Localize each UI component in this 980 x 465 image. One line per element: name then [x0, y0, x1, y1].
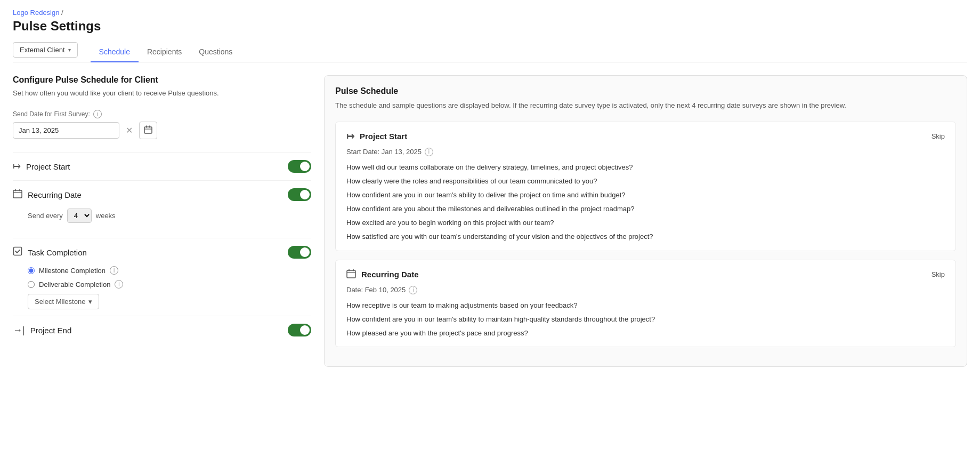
task-completion-icon	[13, 246, 22, 258]
schedule-question: How excited are you to begin working on …	[346, 218, 945, 228]
deliverable-radio-row: Deliverable Completion i	[28, 280, 311, 288]
schedule-question: How well did our teams collaborate on th…	[346, 163, 945, 172]
pulse-schedule-title: Pulse Schedule	[335, 86, 956, 96]
recurring-date-date: Date: Feb 10, 2025 i	[346, 286, 945, 294]
tab-questions[interactable]: Questions	[190, 42, 241, 62]
milestone-radio-row: Milestone Completion i	[28, 266, 311, 275]
right-panel: Pulse Schedule The schedule and sample q…	[324, 75, 967, 367]
section-project-start-icon: ↦	[346, 131, 354, 142]
section-recurring-date-icon	[346, 269, 356, 280]
recurring-date-toggle[interactable]	[288, 188, 311, 201]
client-dropdown-label: External Client	[20, 46, 65, 54]
schedule-question: How confident are you about the mileston…	[346, 204, 945, 214]
project-start-date: Start Date: Jan 13, 2025 i	[346, 148, 945, 156]
task-completion-sub: Milestone Completion i Deliverable Compl…	[13, 266, 311, 316]
page-title: Pulse Settings	[13, 19, 967, 34]
tab-schedule[interactable]: Schedule	[91, 42, 139, 62]
recurring-sub-section: Send every 4 1 2 3 6 8 weeks	[13, 209, 311, 238]
schedule-question: How clearly were the roles and responsib…	[346, 177, 945, 186]
svg-rect-1	[13, 190, 22, 198]
tab-recipients[interactable]: Recipients	[139, 42, 190, 62]
project-start-toggle[interactable]	[288, 160, 311, 173]
deliverable-radio-label: Deliverable Completion	[39, 280, 110, 288]
project-end-row: →| Project End	[13, 316, 311, 344]
select-milestone-chevron-icon: ▾	[88, 298, 92, 306]
send-date-info-icon[interactable]: i	[93, 110, 102, 118]
breadcrumb-link[interactable]: Logo Redesign	[13, 9, 59, 17]
project-end-toggle[interactable]	[288, 324, 311, 336]
schedule-question: How confident are you in our team's abil…	[346, 190, 945, 200]
left-panel: Configure Pulse Schedule for Client Set …	[13, 75, 311, 367]
project-start-label: Project Start	[26, 162, 70, 171]
client-dropdown[interactable]: External Client ▾	[13, 42, 78, 58]
send-every-row: Send every 4 1 2 3 6 8 weeks	[28, 209, 311, 223]
send-every-label: Send every	[28, 212, 63, 220]
chevron-down-icon: ▾	[68, 47, 71, 53]
project-start-icon: ↦	[13, 161, 21, 172]
milestone-info-icon[interactable]: i	[110, 266, 118, 275]
deliverable-info-icon[interactable]: i	[115, 280, 123, 288]
task-completion-toggle[interactable]	[288, 246, 311, 259]
deliverable-radio[interactable]	[28, 281, 35, 288]
schedule-question: How confident are you in our team's abil…	[346, 315, 945, 324]
schedule-question: How receptive is our team to making adju…	[346, 301, 945, 310]
select-milestone-button[interactable]: Select Milestone ▾	[28, 294, 99, 309]
calendar-button[interactable]	[139, 122, 157, 139]
main-content: Configure Pulse Schedule for Client Set …	[13, 75, 967, 367]
recurring-date-row: Recurring Date	[13, 180, 311, 209]
section-header-project-start: ↦ Project Start Skip	[346, 131, 945, 142]
project-end-icon: →|	[13, 325, 25, 336]
section-header-recurring-date: Recurring Date Skip	[346, 269, 945, 280]
project-end-label: Project End	[30, 326, 72, 335]
schedule-section-recurring-date: Recurring Date Skip Date: Feb 10, 2025 i…	[335, 260, 956, 348]
calendar-icon	[144, 125, 152, 134]
interval-select[interactable]: 4 1 2 3 6 8	[67, 209, 92, 223]
schedule-question: How satisfied are you with our team's un…	[346, 232, 945, 242]
clear-date-button[interactable]: ✕	[124, 125, 135, 135]
project-start-row: ↦ Project Start	[13, 152, 311, 180]
pulse-schedule-desc: The schedule and sample questions are di…	[335, 100, 956, 111]
recurring-date-label: Recurring Date	[28, 190, 82, 199]
milestone-radio-label: Milestone Completion	[39, 267, 106, 275]
recurring-date-icon	[13, 189, 22, 201]
svg-rect-2	[14, 247, 22, 255]
breadcrumb-separator: /	[61, 9, 63, 17]
send-date-label: Send Date for First Survey: i	[13, 110, 311, 118]
tabs-container: Schedule Recipients Questions	[91, 42, 241, 62]
task-completion-row: Task Completion	[13, 238, 311, 266]
schedule-section-project-start: ↦ Project Start Skip Start Date: Jan 13,…	[335, 122, 956, 251]
section-project-start-title: Project Start	[360, 132, 407, 141]
section-recurring-date-title: Recurring Date	[361, 270, 419, 279]
schedule-question: How pleased are you with the project's p…	[346, 328, 945, 338]
milestone-radio[interactable]	[28, 267, 35, 274]
svg-rect-0	[144, 127, 152, 133]
skip-recurring-date-button[interactable]: Skip	[932, 270, 945, 278]
project-start-date-info-icon[interactable]: i	[425, 148, 433, 156]
skip-project-start-button[interactable]: Skip	[932, 132, 945, 140]
date-input-row: ✕	[13, 122, 311, 139]
interval-unit: weeks	[96, 212, 116, 220]
recurring-date-info-icon[interactable]: i	[409, 286, 417, 294]
top-bar: External Client ▾ Schedule Recipients Qu…	[13, 42, 967, 62]
task-completion-label: Task Completion	[28, 248, 87, 257]
breadcrumb: Logo Redesign /	[13, 9, 967, 17]
date-input[interactable]	[13, 122, 119, 139]
config-desc: Set how often you would like your client…	[13, 89, 311, 97]
config-title: Configure Pulse Schedule for Client	[13, 75, 311, 85]
select-milestone-label: Select Milestone	[35, 298, 85, 306]
svg-rect-3	[347, 270, 355, 278]
